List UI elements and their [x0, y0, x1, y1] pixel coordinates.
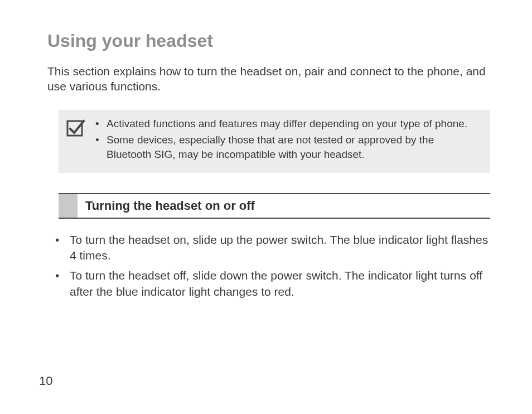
note-box: Activated functions and features may dif…: [59, 110, 490, 173]
intro-paragraph: This section explains how to turn the he…: [47, 64, 490, 94]
instruction-list: To turn the headset on, slide up the pow…: [47, 232, 490, 300]
page-title: Using your headset: [47, 31, 490, 51]
note-item: Some devices, especially those that are …: [93, 133, 480, 161]
manual-page: Using your headset This section explains…: [0, 0, 532, 414]
section-heading: Turning the headset on or off: [59, 193, 490, 219]
instruction-item: To turn the headset on, slide up the pow…: [47, 232, 490, 264]
instruction-item: To turn the headset off, slide down the …: [47, 268, 490, 300]
heading-bar: [59, 194, 78, 218]
note-list: Activated functions and features may dif…: [93, 117, 480, 164]
note-item: Activated functions and features may dif…: [93, 117, 480, 131]
checkbox-icon: [66, 118, 85, 139]
page-number: 10: [39, 374, 52, 388]
section-heading-label: Turning the headset on or off: [78, 194, 263, 218]
